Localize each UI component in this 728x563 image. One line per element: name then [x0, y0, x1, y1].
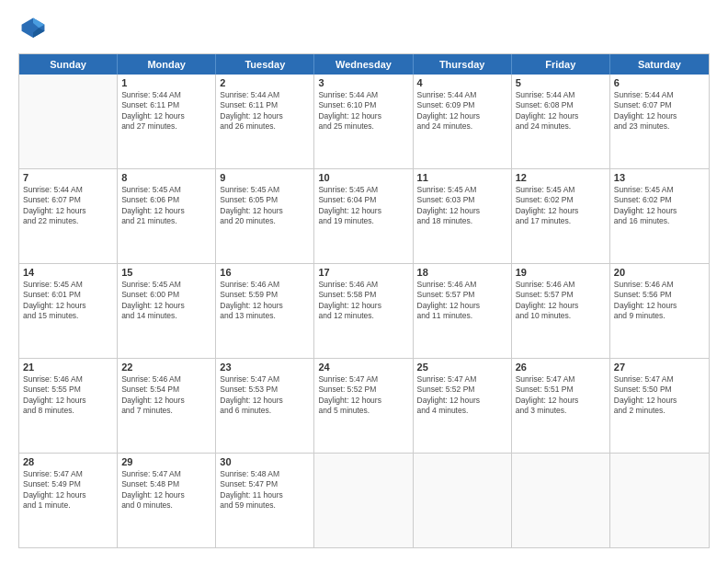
- day-info: Sunrise: 5:46 AM Sunset: 5:58 PM Dayligh…: [318, 280, 408, 322]
- day-number: 23: [220, 362, 310, 373]
- calendar-day-header: Sunday: [19, 54, 118, 75]
- calendar-cell: 16Sunrise: 5:46 AM Sunset: 5:59 PM Dayli…: [216, 264, 314, 358]
- day-info: Sunrise: 5:46 AM Sunset: 5:54 PM Dayligh…: [121, 374, 211, 417]
- logo-icon: [18, 15, 48, 44]
- day-info: Sunrise: 5:45 AM Sunset: 6:04 PM Dayligh…: [318, 185, 408, 227]
- calendar-cell: 19Sunrise: 5:46 AM Sunset: 5:57 PM Dayli…: [512, 264, 610, 358]
- day-info: Sunrise: 5:44 AM Sunset: 6:11 PM Dayligh…: [121, 90, 211, 132]
- calendar-cell: 26Sunrise: 5:47 AM Sunset: 5:51 PM Dayli…: [512, 359, 610, 453]
- calendar-cell: 28Sunrise: 5:47 AM Sunset: 5:49 PM Dayli…: [19, 454, 118, 547]
- day-number: 22: [121, 362, 211, 373]
- day-info: Sunrise: 5:44 AM Sunset: 6:11 PM Dayligh…: [220, 90, 310, 132]
- calendar-body: 1Sunrise: 5:44 AM Sunset: 6:11 PM Daylig…: [19, 75, 709, 547]
- day-info: Sunrise: 5:46 AM Sunset: 5:57 PM Dayligh…: [417, 280, 507, 322]
- day-number: 8: [121, 172, 211, 183]
- day-info: Sunrise: 5:46 AM Sunset: 5:56 PM Dayligh…: [614, 280, 705, 322]
- day-number: 19: [516, 267, 606, 278]
- calendar-week-row: 28Sunrise: 5:47 AM Sunset: 5:49 PM Dayli…: [19, 453, 709, 547]
- day-number: 4: [417, 77, 507, 88]
- day-number: 6: [614, 77, 705, 88]
- day-info: Sunrise: 5:47 AM Sunset: 5:52 PM Dayligh…: [318, 374, 408, 417]
- day-number: 5: [516, 77, 606, 88]
- day-info: Sunrise: 5:44 AM Sunset: 6:10 PM Dayligh…: [318, 90, 408, 132]
- day-number: 28: [23, 456, 113, 467]
- day-number: 7: [23, 172, 113, 183]
- calendar-cell: 18Sunrise: 5:46 AM Sunset: 5:57 PM Dayli…: [414, 264, 512, 358]
- day-info: Sunrise: 5:47 AM Sunset: 5:51 PM Dayligh…: [516, 374, 606, 417]
- calendar-cell: 1Sunrise: 5:44 AM Sunset: 6:11 PM Daylig…: [118, 75, 216, 168]
- day-number: 2: [220, 77, 310, 88]
- day-number: 27: [614, 362, 705, 373]
- day-number: 9: [220, 172, 310, 183]
- calendar-cell: 7Sunrise: 5:44 AM Sunset: 6:07 PM Daylig…: [19, 169, 118, 263]
- day-info: Sunrise: 5:45 AM Sunset: 6:02 PM Dayligh…: [614, 185, 705, 227]
- calendar-day-header: Tuesday: [216, 54, 314, 75]
- calendar-cell: 3Sunrise: 5:44 AM Sunset: 6:10 PM Daylig…: [314, 75, 413, 168]
- day-info: Sunrise: 5:45 AM Sunset: 6:00 PM Dayligh…: [121, 280, 211, 322]
- calendar-day-header: Monday: [118, 54, 216, 75]
- day-number: 18: [417, 267, 507, 278]
- calendar-cell: 30Sunrise: 5:48 AM Sunset: 5:47 PM Dayli…: [216, 454, 314, 547]
- calendar-cell: 22Sunrise: 5:46 AM Sunset: 5:54 PM Dayli…: [118, 359, 216, 453]
- calendar-cell: 21Sunrise: 5:46 AM Sunset: 5:55 PM Dayli…: [19, 359, 118, 453]
- logo: [18, 15, 51, 44]
- day-number: 30: [220, 456, 310, 467]
- calendar-cell: 20Sunrise: 5:46 AM Sunset: 5:56 PM Dayli…: [610, 264, 709, 358]
- calendar-cell: [610, 454, 709, 547]
- calendar-week-row: 1Sunrise: 5:44 AM Sunset: 6:11 PM Daylig…: [19, 75, 709, 168]
- day-number: 24: [318, 362, 408, 373]
- day-info: Sunrise: 5:48 AM Sunset: 5:47 PM Dayligh…: [220, 469, 310, 511]
- calendar-cell: 15Sunrise: 5:45 AM Sunset: 6:00 PM Dayli…: [118, 264, 216, 358]
- calendar-cell: 17Sunrise: 5:46 AM Sunset: 5:58 PM Dayli…: [314, 264, 413, 358]
- page: SundayMondayTuesdayWednesdayThursdayFrid…: [0, 0, 728, 563]
- day-number: 26: [516, 362, 606, 373]
- calendar-cell: 6Sunrise: 5:44 AM Sunset: 6:07 PM Daylig…: [610, 75, 709, 168]
- day-info: Sunrise: 5:47 AM Sunset: 5:50 PM Dayligh…: [614, 374, 705, 417]
- day-number: 3: [318, 77, 408, 88]
- day-info: Sunrise: 5:46 AM Sunset: 5:59 PM Dayligh…: [220, 280, 310, 322]
- day-number: 21: [23, 362, 113, 373]
- day-number: 1: [121, 77, 211, 88]
- day-number: 11: [417, 172, 507, 183]
- day-number: 15: [121, 267, 211, 278]
- calendar-cell: 2Sunrise: 5:44 AM Sunset: 6:11 PM Daylig…: [216, 75, 314, 168]
- day-info: Sunrise: 5:45 AM Sunset: 6:03 PM Dayligh…: [417, 185, 507, 227]
- calendar-cell: [19, 75, 118, 168]
- day-number: 25: [417, 362, 507, 373]
- day-info: Sunrise: 5:45 AM Sunset: 6:06 PM Dayligh…: [121, 185, 211, 227]
- calendar: SundayMondayTuesdayWednesdayThursdayFrid…: [18, 53, 710, 548]
- calendar-cell: 14Sunrise: 5:45 AM Sunset: 6:01 PM Dayli…: [19, 264, 118, 358]
- calendar-cell: 13Sunrise: 5:45 AM Sunset: 6:02 PM Dayli…: [610, 169, 709, 263]
- calendar-cell: 5Sunrise: 5:44 AM Sunset: 6:08 PM Daylig…: [512, 75, 610, 168]
- day-number: 10: [318, 172, 408, 183]
- day-info: Sunrise: 5:46 AM Sunset: 5:55 PM Dayligh…: [23, 374, 113, 417]
- calendar-week-row: 21Sunrise: 5:46 AM Sunset: 5:55 PM Dayli…: [19, 358, 709, 453]
- calendar-cell: 4Sunrise: 5:44 AM Sunset: 6:09 PM Daylig…: [414, 75, 512, 168]
- calendar-week-row: 14Sunrise: 5:45 AM Sunset: 6:01 PM Dayli…: [19, 263, 709, 358]
- calendar-cell: 25Sunrise: 5:47 AM Sunset: 5:52 PM Dayli…: [414, 359, 512, 453]
- calendar-cell: 9Sunrise: 5:45 AM Sunset: 6:05 PM Daylig…: [216, 169, 314, 263]
- day-number: 17: [318, 267, 408, 278]
- calendar-cell: 12Sunrise: 5:45 AM Sunset: 6:02 PM Dayli…: [512, 169, 610, 263]
- day-info: Sunrise: 5:47 AM Sunset: 5:52 PM Dayligh…: [417, 374, 507, 417]
- day-info: Sunrise: 5:45 AM Sunset: 6:05 PM Dayligh…: [220, 185, 310, 227]
- day-info: Sunrise: 5:44 AM Sunset: 6:07 PM Dayligh…: [23, 185, 113, 227]
- day-number: 13: [614, 172, 705, 183]
- day-info: Sunrise: 5:47 AM Sunset: 5:49 PM Dayligh…: [23, 469, 113, 511]
- day-info: Sunrise: 5:46 AM Sunset: 5:57 PM Dayligh…: [516, 280, 606, 322]
- day-info: Sunrise: 5:47 AM Sunset: 5:53 PM Dayligh…: [220, 374, 310, 417]
- calendar-week-row: 7Sunrise: 5:44 AM Sunset: 6:07 PM Daylig…: [19, 168, 709, 263]
- day-number: 29: [121, 456, 211, 467]
- calendar-cell: [314, 454, 413, 547]
- calendar-cell: [414, 454, 512, 547]
- day-info: Sunrise: 5:44 AM Sunset: 6:07 PM Dayligh…: [614, 90, 705, 132]
- day-info: Sunrise: 5:44 AM Sunset: 6:08 PM Dayligh…: [516, 90, 606, 132]
- day-number: 14: [23, 267, 113, 278]
- calendar-day-header: Friday: [512, 54, 610, 75]
- day-number: 20: [614, 267, 705, 278]
- calendar-cell: 24Sunrise: 5:47 AM Sunset: 5:52 PM Dayli…: [314, 359, 413, 453]
- calendar-day-header: Thursday: [414, 54, 512, 75]
- calendar-cell: 23Sunrise: 5:47 AM Sunset: 5:53 PM Dayli…: [216, 359, 314, 453]
- calendar-cell: 29Sunrise: 5:47 AM Sunset: 5:48 PM Dayli…: [118, 454, 216, 547]
- day-number: 12: [516, 172, 606, 183]
